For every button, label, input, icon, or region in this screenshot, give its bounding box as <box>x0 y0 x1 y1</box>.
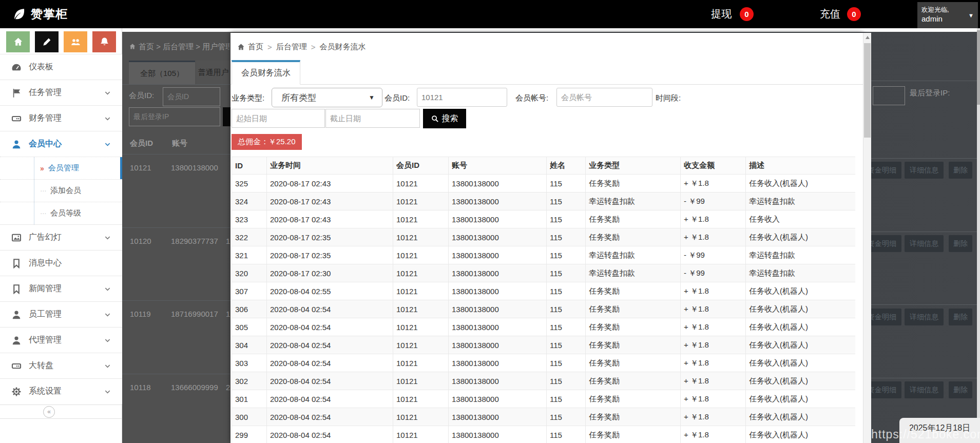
table-cell: 任务收入 <box>746 210 856 228</box>
chevron-down-icon <box>104 89 111 96</box>
table-cell: 10121 <box>393 318 449 336</box>
modal-scrollbar-thumb[interactable] <box>864 43 871 138</box>
table-cell: 115 <box>547 300 586 318</box>
table-cell: 307 <box>232 282 267 300</box>
breadcrumb-item[interactable]: 首页 <box>248 42 263 52</box>
home-icon <box>237 43 245 51</box>
sidebar-item-员工管理[interactable]: 员工管理 <box>0 301 122 327</box>
background-input <box>873 86 905 105</box>
image-icon <box>11 233 22 243</box>
table-cell: 115 <box>547 354 586 372</box>
sidebar-subitem-label: 会员等级 <box>50 208 81 218</box>
table-cell: 任务奖励 <box>586 390 681 408</box>
user-menu[interactable]: 欢迎光临, admin ▼ <box>917 2 978 28</box>
site-watermark: https://521boke.com <box>871 428 980 441</box>
sidebar-item-会员中心[interactable]: 会员中心 <box>0 131 122 157</box>
welcome-text: 欢迎光临, <box>921 6 966 14</box>
table-cell: 任务收入(机器人) <box>746 354 856 372</box>
sidebar-item-仪表板[interactable]: 仪表板 <box>0 54 122 80</box>
background-cell: 18290377737 <box>171 237 218 245</box>
users-icon <box>71 37 81 47</box>
background-cell: 10120 <box>130 237 151 245</box>
sidebar-item-广告幻灯[interactable]: 广告幻灯 <box>0 224 122 250</box>
table-cell: 303 <box>232 354 267 372</box>
scroll-up-arrow-icon[interactable] <box>866 36 870 39</box>
sidebar-subitem-添加会员[interactable]: ⋯添加会员 <box>0 179 122 202</box>
table-cell: 任务收入(机器人) <box>746 408 856 426</box>
table-cell: 2020-08-17 02:35 <box>267 228 393 246</box>
background-last-ip-input: 最后登录IP <box>129 107 220 126</box>
table-cell: 13800138000 <box>449 408 547 426</box>
breadcrumb-item: 会员财务流水 <box>320 42 366 52</box>
withdraw-link[interactable]: 提现 <box>711 0 732 28</box>
table-cell: 任务奖励 <box>586 210 681 228</box>
table-cell: 幸运转盘扣款 <box>586 192 681 210</box>
table-cell: 320 <box>232 264 267 282</box>
background-detail-info-button: 详细信息 <box>905 381 944 398</box>
gauge-icon <box>11 62 22 72</box>
recharge-count-badge: 0 <box>847 7 861 21</box>
table-cell: 任务奖励 <box>586 408 681 426</box>
background-row-border <box>871 232 977 232</box>
table-cell: 115 <box>547 426 586 443</box>
background-breadcrumb: 首页 > 后台管理 > 用户管理 <box>129 42 229 52</box>
hdd-icon <box>11 113 22 124</box>
start-date-input[interactable] <box>232 109 325 128</box>
search-button[interactable]: 搜索 <box>423 109 466 128</box>
table-cell: 13800138000 <box>449 282 547 300</box>
breadcrumb-item[interactable]: 后台管理 <box>276 42 307 52</box>
table-row: 3242020-08-17 02:431012113800138000115幸运… <box>232 192 856 210</box>
sidebar-item-label: 新闻管理 <box>29 283 62 294</box>
sidebar-collapse-button[interactable]: « <box>43 406 55 418</box>
shortcut-pencil-button[interactable] <box>35 31 59 52</box>
sidebar-item-系统设置[interactable]: 系统设置 <box>0 378 122 404</box>
table-cell: 任务奖励 <box>586 426 681 443</box>
sidebar-item-新闻管理[interactable]: 新闻管理 <box>0 276 122 301</box>
table-cell: 2020-08-04 02:54 <box>267 390 393 408</box>
sidebar-item-label: 大转盘 <box>29 360 53 371</box>
table-cell: + ￥1.8 <box>681 336 746 354</box>
background-cell: 18716990017 <box>171 310 218 318</box>
sidebar-item-任务管理[interactable]: 任务管理 <box>0 80 122 105</box>
table-cell: 2020-08-17 02:30 <box>267 264 393 282</box>
member-id-input[interactable] <box>417 88 507 107</box>
sidebar-item-label: 仪表板 <box>29 62 53 72</box>
table-row: 3212020-08-17 02:351012113800138000115幸运… <box>232 246 856 264</box>
end-date-input[interactable] <box>325 109 420 128</box>
table-cell: 10121 <box>393 175 449 192</box>
gear-icon <box>11 387 22 397</box>
sidebar-subitem-会员等级[interactable]: ⋯会员等级 <box>0 202 122 224</box>
sidebar-item-代理管理[interactable]: 代理管理 <box>0 327 122 353</box>
table-cell: 任务收入(机器人) <box>746 228 856 246</box>
tab-member-finance[interactable]: 会员财务流水 <box>232 60 300 85</box>
member-finance-modal: 首页 > 后台管理 > 会员财务流水 会员财务流水 业务类型: 所有类型 ▼ 会… <box>230 33 863 443</box>
table-row: 3062020-08-04 02:541012113800138000115任务… <box>232 300 856 318</box>
shortcut-home-button[interactable] <box>6 31 30 52</box>
table-cell: 2020-08-04 02:54 <box>267 372 393 390</box>
background-member-id-label: 会员ID: <box>129 91 154 101</box>
sidebar-item-财务管理[interactable]: 财务管理 <box>0 105 122 131</box>
recharge-link[interactable]: 充值 <box>820 0 840 28</box>
breadcrumb: 首页 > 后台管理 > 会员财务流水 <box>237 42 366 52</box>
table-cell: + ￥1.8 <box>681 210 746 228</box>
table-cell: 幸运转盘扣款 <box>746 192 856 210</box>
table-cell: 10121 <box>393 336 449 354</box>
sidebar-subitem-label: 添加会员 <box>50 186 81 196</box>
column-header: 会员ID <box>393 157 449 175</box>
tabbar-border <box>230 84 863 85</box>
sidebar-subitem-会员管理[interactable]: »会员管理 <box>0 157 122 179</box>
table-cell: 2020-08-17 02:43 <box>267 192 393 210</box>
table-cell: 任务收入(机器人) <box>746 336 856 354</box>
page-scrollbar <box>977 28 980 443</box>
shortcut-bell-button[interactable] <box>92 31 116 52</box>
bell-icon <box>100 37 109 47</box>
background-row-border <box>122 227 230 228</box>
table-cell: 10121 <box>393 354 449 372</box>
member-account-input[interactable] <box>556 88 652 107</box>
table-cell: 2020-08-04 02:54 <box>267 318 393 336</box>
page-scrollbar-thumb[interactable] <box>977 30 980 105</box>
sidebar-item-消息中心[interactable]: 消息中心 <box>0 250 122 276</box>
shortcut-users-button[interactable] <box>64 31 87 52</box>
business-type-select[interactable]: 所有类型 ▼ <box>272 88 382 107</box>
sidebar-item-大转盘[interactable]: 大转盘 <box>0 353 122 378</box>
